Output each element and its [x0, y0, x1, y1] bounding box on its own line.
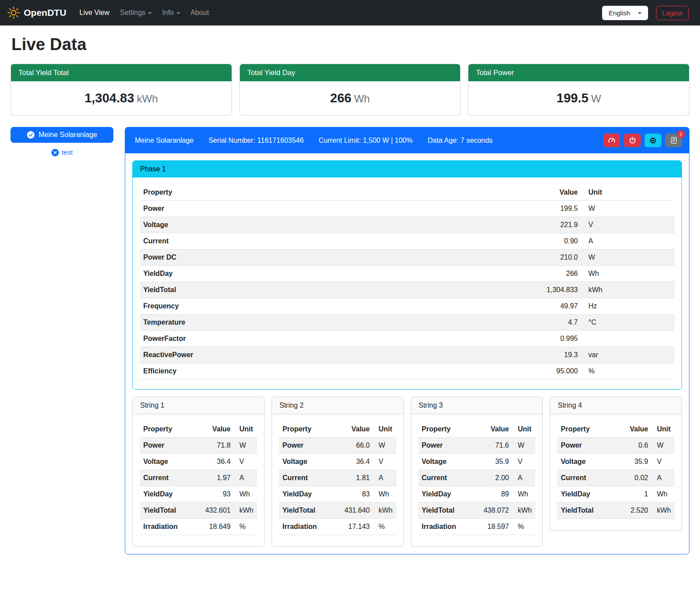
table-row: Voltage 36.4 V	[279, 454, 396, 470]
table-row: Voltage 35.9 V	[418, 454, 536, 470]
unit-cell: A	[581, 233, 675, 250]
unit-cell: Hz	[581, 298, 675, 315]
value-cell: 431.640	[339, 503, 374, 519]
property-cell: Current	[140, 470, 200, 486]
value-cell: 1.97	[200, 470, 234, 486]
unit-cell: Wh	[581, 266, 675, 282]
inverter-card: Meine Solaranlage Serial Number: 1161716…	[125, 127, 689, 554]
string-2-card: String 2 Property Value Unit	[272, 397, 404, 547]
property-cell: YieldTotal	[557, 503, 617, 519]
property-cell: Power	[140, 201, 524, 217]
value-cell: 66.0	[339, 438, 374, 454]
phase-table: Property Value Unit Power	[140, 185, 675, 380]
property-cell: PowerFactor	[140, 331, 524, 347]
table-row: YieldDay 266 Wh	[140, 266, 675, 282]
unit-cell: Wh	[234, 486, 257, 503]
event-log-icon	[670, 137, 678, 144]
device-info-button[interactable]	[645, 134, 661, 147]
table-row: YieldDay 83 Wh	[279, 486, 396, 503]
inverter-select-label: Meine Solaranlage	[39, 131, 97, 139]
nav-item-about[interactable]: About	[185, 5, 214, 20]
table-row: YieldTotal 431.640 kWh	[279, 503, 396, 519]
nav-item-live-view[interactable]: Live View	[74, 5, 115, 20]
property-cell: Power	[279, 438, 339, 454]
brand[interactable]: OpenDTU	[7, 6, 66, 19]
limit-settings-button[interactable]	[603, 134, 620, 147]
unit-cell: V	[512, 454, 535, 470]
table-row: Power 71.6 W	[418, 438, 536, 454]
value-cell: 432.601	[200, 503, 234, 519]
value-cell: 0.90	[524, 233, 581, 250]
string-3-card: String 3 Property Value Unit	[411, 397, 543, 547]
value-cell: 2.520	[617, 503, 652, 519]
string-1-title: String 1	[133, 397, 264, 414]
phase-1-title: Phase 1	[133, 161, 682, 177]
value-cell: 0.6	[617, 438, 652, 454]
table-row: Current 2.00 A	[418, 470, 536, 486]
property-cell: Current	[140, 233, 524, 250]
value-cell: 93	[200, 486, 234, 503]
unit-cell: W	[581, 250, 675, 266]
string-4-table: Property Value Unit Power	[557, 421, 675, 519]
string-4-card: String 4 Property Value Unit	[550, 397, 682, 531]
inverter-name: Meine Solaranlage	[135, 137, 193, 145]
logout-button[interactable]: Logout	[656, 6, 689, 20]
unit-cell: V	[374, 454, 396, 470]
property-column-header: Property	[279, 421, 339, 438]
string-2-table: Property Value Unit Power	[279, 421, 396, 535]
inverter-item-test[interactable]: test	[11, 148, 113, 156]
value-cell: 71.6	[478, 438, 512, 454]
table-row: Irradiation 18.597 %	[418, 519, 536, 535]
value-column-header: Value	[524, 185, 581, 201]
table-row: YieldTotal 1,304.833 kWh	[140, 282, 675, 298]
event-log-button[interactable]: 2	[665, 134, 682, 147]
value-cell: 0.02	[617, 470, 652, 486]
property-cell: Frequency	[140, 298, 524, 315]
value-cell: 35.9	[617, 454, 652, 470]
property-column-header: Property	[418, 421, 479, 438]
table-row: ReactivePower 19.3 var	[140, 347, 675, 363]
table-row: Temperature 4.7 °C	[140, 315, 675, 331]
table-row: Current 1.97 A	[140, 470, 257, 486]
table-row: Power 71.8 W	[140, 438, 257, 454]
value-cell: 0.995	[524, 331, 581, 347]
value-cell: 71.8	[200, 438, 234, 454]
table-row: Power 0.6 W	[557, 438, 675, 454]
nav-item-settings-label: Settings	[120, 9, 145, 17]
table-row: Frequency 49.97 Hz	[140, 298, 675, 315]
property-cell: YieldDay	[279, 486, 339, 503]
total-yield-total-value: 1,304.83	[84, 91, 134, 105]
unit-column-header: Unit	[512, 421, 535, 438]
power-button[interactable]	[624, 134, 641, 147]
nav-item-settings[interactable]: Settings	[115, 5, 157, 20]
unit-cell: A	[652, 470, 675, 486]
language-select[interactable]: English	[602, 6, 648, 20]
inverter-limit: Current Limit: 1,500 W | 100%	[319, 137, 413, 145]
unit-cell: A	[234, 470, 257, 486]
table-row: Voltage 221.9 V	[140, 217, 675, 233]
unit-cell	[581, 331, 675, 347]
inverter-select-button[interactable]: Meine Solaranlage	[11, 127, 113, 143]
string-4-title: String 4	[550, 397, 682, 414]
unit-cell: V	[652, 454, 675, 470]
unit-cell: %	[512, 519, 535, 535]
string-1-table: Property Value Unit Power	[140, 421, 257, 535]
property-cell: Efficiency	[140, 363, 524, 380]
check-circle-icon	[27, 131, 35, 139]
value-column-header: Value	[478, 421, 512, 438]
inverter-actions: 2	[603, 134, 682, 147]
nav-item-info[interactable]: Info	[157, 5, 185, 20]
unit-column-header: Unit	[374, 421, 396, 438]
property-column-header: Property	[140, 421, 200, 438]
unit-cell: W	[652, 438, 675, 454]
chevron-down-icon	[638, 12, 642, 14]
phase-1-card: Phase 1 Property Value Unit	[132, 160, 682, 390]
property-cell: Current	[418, 470, 479, 486]
unit-cell: kWh	[652, 503, 675, 519]
unit-cell: W	[581, 201, 675, 217]
table-header-row: Property Value Unit	[140, 421, 257, 438]
property-column-header: Property	[557, 421, 617, 438]
total-yield-day-unit: Wh	[354, 93, 370, 105]
unit-cell: A	[512, 470, 535, 486]
unit-column-header: Unit	[581, 185, 675, 201]
